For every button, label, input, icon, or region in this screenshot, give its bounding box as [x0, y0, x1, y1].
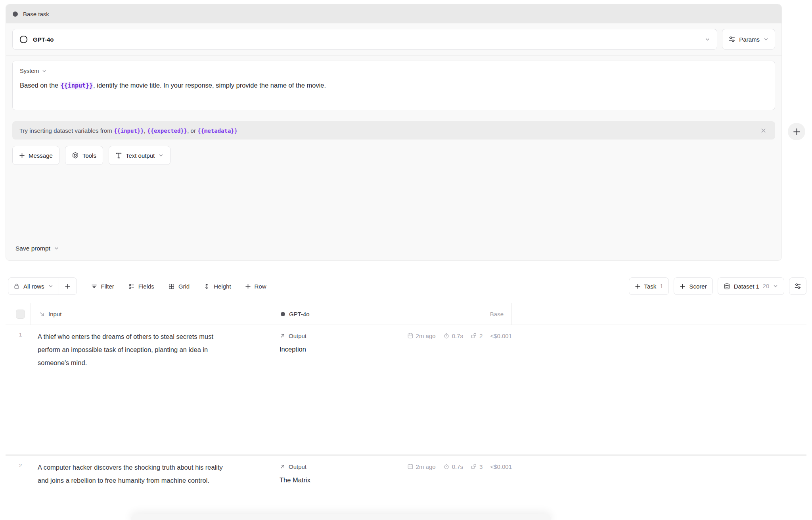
output-metadata: 2m ago 0.7s: [407, 463, 512, 470]
output-cell[interactable]: Output 2m ago: [280, 461, 512, 484]
timer-icon: [443, 463, 450, 470]
timestamp: 2m ago: [407, 463, 436, 470]
row-height-button[interactable]: Height: [198, 277, 236, 295]
task-title: Base task: [23, 11, 49, 17]
tokens-icon: [471, 333, 477, 339]
hint-var-metadata: {{metadata}}: [197, 128, 237, 134]
save-prompt-button[interactable]: Save prompt: [15, 245, 59, 252]
plus-icon: [635, 283, 641, 289]
table-row[interactable]: 2 A computer hacker discovers the shocki…: [6, 456, 806, 520]
cost: <$0.001: [490, 333, 512, 339]
fields-button[interactable]: Fields: [123, 277, 159, 295]
chevron-down-icon: [705, 36, 710, 42]
fields-label: Fields: [138, 283, 154, 290]
divider: [6, 55, 781, 55]
output-link[interactable]: Output: [280, 463, 306, 470]
params-button[interactable]: Params: [722, 29, 775, 50]
chevron-down-icon: [48, 283, 54, 289]
duration: 0.7s: [443, 463, 463, 470]
prompt-variable-token: {{input}}: [60, 82, 93, 90]
hint-text: Try inserting dataset variables from {{i…: [19, 127, 237, 134]
chevron-down-icon: [158, 153, 164, 158]
plus-icon: [19, 153, 25, 159]
prompt-text-before: Based on the: [20, 82, 60, 89]
lock-icon: [13, 283, 20, 289]
select-all-checkbox[interactable]: [16, 310, 25, 319]
output-metadata: 2m ago 0.7s: [407, 333, 512, 339]
model-column-label: GPT-4o: [289, 311, 310, 317]
rows-filter-button[interactable]: All rows: [8, 278, 59, 294]
output-type-label: Text output: [126, 152, 155, 159]
cost: <$0.001: [490, 463, 512, 470]
dataset-button[interactable]: Dataset 1 20: [718, 277, 784, 295]
output-value: The Matrix: [280, 476, 512, 484]
add-scorer-label: Scorer: [689, 283, 707, 290]
output-link[interactable]: Output: [280, 333, 306, 339]
plus-icon: [680, 283, 686, 289]
output-label: Output: [289, 463, 306, 470]
table-header: Input GPT-4o Base: [6, 303, 806, 325]
params-sliders-icon: [728, 36, 735, 43]
close-icon[interactable]: [759, 126, 768, 135]
dataset-icon: [724, 283, 730, 290]
table-row[interactable]: 1 A thief who enters the dreams of other…: [6, 325, 806, 454]
fields-icon: [128, 283, 135, 290]
calendar-icon: [407, 333, 414, 339]
hint-var-expected: {{expected}}: [147, 128, 187, 134]
column-divider: [511, 303, 512, 325]
chevron-down-icon: [42, 69, 47, 74]
output-cell[interactable]: Output 2m ago: [280, 330, 512, 353]
model-name: GPT-4o: [33, 36, 54, 43]
params-label: Params: [739, 36, 760, 43]
tools-button[interactable]: Tools: [65, 146, 103, 165]
timer-icon: [443, 333, 450, 339]
token-count: 3: [471, 463, 483, 470]
token-count: 2: [471, 333, 483, 339]
output-link-icon: [280, 464, 285, 470]
column-divider: [273, 303, 273, 325]
variant-badge: Base: [490, 303, 504, 325]
model-select[interactable]: GPT-4o: [12, 29, 717, 50]
input-column-header[interactable]: Input: [39, 303, 61, 325]
add-message-button[interactable]: Message: [12, 146, 59, 165]
system-message-card[interactable]: System Based on the {{input}}, identify …: [12, 61, 775, 110]
add-rows-filter-button[interactable]: [59, 278, 77, 294]
filter-label: Filter: [101, 283, 114, 290]
calendar-icon: [407, 463, 414, 470]
output-link-icon: [280, 333, 285, 339]
model-dot-icon: [281, 312, 285, 316]
task-status-icon: [13, 11, 18, 17]
row-number: 1: [19, 332, 28, 338]
model-row: GPT-4o Params: [6, 23, 781, 50]
add-row-label: Row: [255, 283, 266, 290]
height-label: Height: [214, 283, 231, 290]
tools-nut-icon: [72, 152, 79, 159]
grid-button[interactable]: Grid: [163, 277, 195, 295]
input-cell[interactable]: A thief who enters the dreams of others …: [38, 330, 232, 369]
add-task-fab[interactable]: [788, 123, 805, 140]
add-task-label: Task: [644, 283, 657, 290]
role-selector[interactable]: System: [20, 68, 47, 74]
view-settings-button[interactable]: [789, 277, 806, 295]
filter-icon: [91, 283, 98, 290]
task-count-badge: 1: [660, 283, 663, 289]
output-type-button[interactable]: Text output: [109, 146, 170, 165]
view-settings-icon: [794, 283, 801, 290]
row-height-icon: [203, 283, 210, 290]
input-column-icon: [39, 311, 45, 317]
add-row-button[interactable]: Row: [240, 277, 272, 295]
input-cell[interactable]: A computer hacker discovers the shocking…: [38, 461, 232, 487]
add-scorer-button[interactable]: Scorer: [674, 277, 712, 295]
filter-button[interactable]: Filter: [86, 277, 119, 295]
output-value: Inception: [280, 346, 512, 353]
save-prompt-label: Save prompt: [15, 245, 50, 252]
chevron-down-icon: [763, 36, 769, 42]
tools-label: Tools: [82, 152, 96, 159]
task-header: Base task: [6, 4, 781, 23]
dataset-count-badge: 20: [763, 283, 769, 289]
grid-label: Grid: [178, 283, 190, 290]
save-prompt-row: Save prompt: [6, 236, 781, 260]
prompt-text[interactable]: Based on the {{input}}, identify the mov…: [20, 81, 768, 90]
add-task-button[interactable]: Task 1: [629, 277, 669, 295]
model-column-header[interactable]: GPT-4o: [281, 303, 310, 325]
